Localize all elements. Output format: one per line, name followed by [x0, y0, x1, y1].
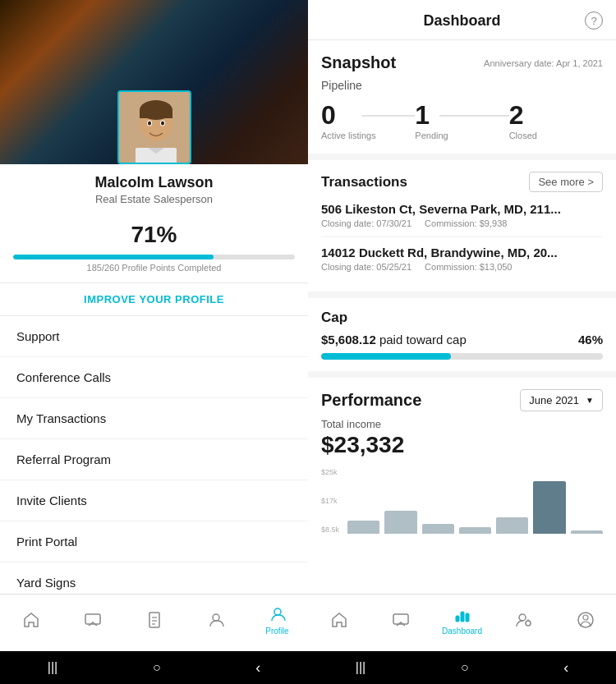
- contacts-icon: [206, 610, 226, 630]
- right-content: Snapshot Anniversary date: Apr 1, 2021 P…: [308, 40, 616, 594]
- nav-profile[interactable]: Profile: [246, 604, 308, 636]
- right-panel: Dashboard ? Snapshot Anniversary date: A…: [308, 0, 616, 651]
- nav-right-dashboard[interactable]: Dashboard: [431, 604, 493, 636]
- nav-contacts[interactable]: [185, 610, 246, 630]
- improve-profile-button[interactable]: IMPROVE YOUR PROFILE: [0, 283, 308, 316]
- pipeline-closed: 2 Closed: [509, 100, 603, 140]
- menu-item-invite-clients[interactable]: Invite Clients: [0, 480, 308, 521]
- cap-title: Cap: [321, 310, 603, 326]
- performance-section: Performance June 2021 ▼ Total income $23…: [308, 378, 616, 545]
- transaction-closing-2: Closing date: 05/25/21: [321, 262, 411, 272]
- pipeline-stats: 0 Active listings 1 Pending 2 Closed: [321, 100, 603, 140]
- performance-title: Performance: [321, 391, 421, 410]
- home-icon-right: [329, 610, 349, 630]
- transaction-details-1: Closing date: 07/30/21 Commission: $9,93…: [321, 218, 603, 228]
- nav-right-contacts[interactable]: [493, 610, 554, 630]
- menu-item-print-portal[interactable]: Print Portal: [0, 521, 308, 562]
- messages-icon-right: [391, 610, 411, 630]
- sys-back-right[interactable]: ‹: [563, 659, 568, 677]
- pipeline-pending-label: Pending: [415, 131, 508, 140]
- chart-bar-3: [422, 524, 454, 534]
- sys-back-left[interactable]: ‹: [255, 659, 260, 677]
- chart-bar-7: [571, 530, 603, 534]
- menu-item-support[interactable]: Support: [0, 316, 308, 357]
- nav-home[interactable]: [0, 610, 62, 630]
- help-icon[interactable]: ?: [585, 11, 603, 30]
- transactions-section: Transactions See more > 506 Likeston Ct,…: [308, 160, 616, 298]
- transaction-details-2: Closing date: 05/25/21 Commission: $13,0…: [321, 262, 603, 272]
- snapshot-header: Snapshot Anniversary date: Apr 1, 2021: [321, 53, 603, 72]
- svg-rect-18: [461, 612, 464, 622]
- total-income-value: $23,332: [321, 432, 603, 458]
- svg-rect-3: [140, 110, 172, 118]
- right-header: Dashboard ?: [308, 0, 616, 40]
- svg-point-24: [583, 615, 588, 620]
- svg-rect-10: [149, 613, 159, 627]
- progress-label: 185/260 Profile Points Completed: [13, 263, 295, 273]
- performance-header: Performance June 2021 ▼: [321, 389, 603, 411]
- transaction-commission-2: Commission: $13,050: [425, 262, 512, 272]
- chart-bars: [347, 468, 603, 534]
- dashboard-title: Dashboard: [339, 12, 585, 30]
- pipeline-closed-value: 2: [509, 100, 603, 131]
- svg-rect-19: [466, 613, 469, 622]
- transactions-title: Transactions: [321, 174, 407, 191]
- svg-point-6: [148, 122, 151, 126]
- nav-right-home[interactable]: [308, 610, 370, 630]
- sys-home-left[interactable]: ○: [153, 660, 161, 675]
- system-nav-left: ||| ○ ‹: [0, 659, 308, 677]
- sys-home-right[interactable]: ○: [461, 660, 469, 675]
- sys-menu-right[interactable]: |||: [356, 660, 365, 675]
- dashboard-icon: [453, 604, 472, 624]
- svg-point-21: [526, 621, 531, 626]
- nav-profile-label: Profile: [265, 627, 288, 636]
- bottom-nav-left: Profile: [0, 594, 308, 651]
- cap-bar-container: [321, 353, 603, 360]
- avatar-container: [117, 90, 191, 164]
- svg-point-15: [274, 608, 281, 615]
- see-more-button[interactable]: See more >: [529, 172, 603, 192]
- chart-bar-4: [459, 527, 491, 534]
- sys-menu-left[interactable]: |||: [48, 660, 57, 675]
- month-selector[interactable]: June 2021 ▼: [520, 389, 603, 411]
- cap-row: $5,608.12 paid toward cap 46%: [321, 333, 603, 347]
- profile-info: Malcolm Lawson Real Estate Salesperson: [0, 164, 308, 212]
- nav-right-messages[interactable]: [370, 610, 431, 630]
- svg-point-14: [213, 614, 219, 621]
- contacts-icon-right: [514, 610, 534, 630]
- chart-label-mid: $17k: [321, 497, 339, 505]
- avatar: [117, 90, 191, 164]
- system-nav-right: ||| ○ ‹: [308, 659, 616, 677]
- transaction-item-2[interactable]: 14012 Duckett Rd, Brandywine, MD, 20... …: [321, 246, 603, 280]
- chart-bar-6: [533, 481, 565, 534]
- nav-right-account[interactable]: [554, 610, 616, 630]
- chart-label-high: $25k: [321, 468, 339, 476]
- documents-icon: [145, 610, 164, 630]
- menu-item-referral-program[interactable]: Referral Program: [0, 439, 308, 480]
- chart-bar-5: [496, 517, 528, 534]
- transaction-address-2: 14012 Duckett Rd, Brandywine, MD, 20...: [321, 246, 603, 259]
- account-icon: [576, 610, 595, 630]
- profile-percent: 71%: [13, 222, 295, 248]
- cap-amount: $5,608.12 paid toward cap: [321, 333, 467, 347]
- left-panel: Malcolm Lawson Real Estate Salesperson 7…: [0, 0, 308, 651]
- snapshot-section: Snapshot Anniversary date: Apr 1, 2021 P…: [308, 40, 616, 160]
- system-nav: ||| ○ ‹ ||| ○ ‹: [0, 651, 616, 684]
- menu-list: Support Conference Calls My Transactions…: [0, 316, 308, 594]
- nav-messages[interactable]: [62, 610, 123, 630]
- nav-documents[interactable]: [123, 610, 185, 630]
- pipeline-pending: 1 Pending: [415, 100, 508, 140]
- menu-item-my-transactions[interactable]: My Transactions: [0, 398, 308, 439]
- menu-item-conference-calls[interactable]: Conference Calls: [0, 357, 308, 398]
- transaction-item-1[interactable]: 506 Likeston Ct, Severna Park, MD, 211..…: [321, 202, 603, 237]
- home-icon: [21, 610, 41, 630]
- menu-item-yard-signs[interactable]: Yard Signs: [0, 562, 308, 594]
- svg-point-20: [519, 614, 526, 621]
- transactions-header: Transactions See more >: [321, 172, 603, 192]
- profile-icon: [268, 604, 287, 624]
- transaction-closing-1: Closing date: 07/30/21: [321, 218, 411, 228]
- chart-label-low: $8.5k: [321, 526, 339, 534]
- pipeline-label: Pipeline: [321, 79, 603, 92]
- transaction-address-1: 506 Likeston Ct, Severna Park, MD, 211..…: [321, 202, 603, 216]
- pipeline-active-label: Active listings: [321, 131, 415, 140]
